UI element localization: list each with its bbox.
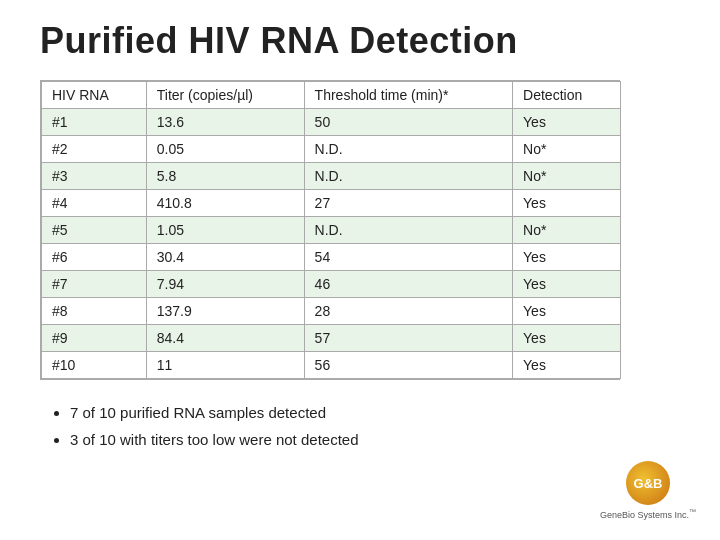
cell-detection: Yes	[513, 244, 621, 271]
cell-threshold: N.D.	[304, 163, 512, 190]
cell-detection: Yes	[513, 352, 621, 379]
cell-detection: Yes	[513, 190, 621, 217]
data-table-wrapper: HIV RNA Titer (copies/µl) Threshold time…	[40, 80, 620, 380]
cell-threshold: 46	[304, 271, 512, 298]
cell-titer: 11	[146, 352, 304, 379]
logo-initials: G&B	[634, 476, 663, 491]
cell-titer: 84.4	[146, 325, 304, 352]
cell-threshold: 50	[304, 109, 512, 136]
cell-id: #1	[42, 109, 147, 136]
cell-threshold: N.D.	[304, 217, 512, 244]
cell-detection: No*	[513, 217, 621, 244]
bullet-1: 7 of 10 purified RNA samples detected	[70, 402, 680, 425]
summary-bullets: 7 of 10 purified RNA samples detected 3 …	[40, 402, 680, 455]
table-row: #51.05N.D.No*	[42, 217, 621, 244]
table-row: #4410.827Yes	[42, 190, 621, 217]
cell-titer: 5.8	[146, 163, 304, 190]
logo-circle: G&B	[626, 461, 670, 505]
table-row: #113.650Yes	[42, 109, 621, 136]
cell-detection: No*	[513, 136, 621, 163]
col-header-detection: Detection	[513, 82, 621, 109]
cell-titer: 1.05	[146, 217, 304, 244]
cell-titer: 410.8	[146, 190, 304, 217]
cell-titer: 137.9	[146, 298, 304, 325]
cell-id: #10	[42, 352, 147, 379]
cell-detection: Yes	[513, 109, 621, 136]
cell-titer: 13.6	[146, 109, 304, 136]
cell-threshold: 27	[304, 190, 512, 217]
col-header-titer: Titer (copies/µl)	[146, 82, 304, 109]
table-header-row: HIV RNA Titer (copies/µl) Threshold time…	[42, 82, 621, 109]
cell-id: #6	[42, 244, 147, 271]
table-row: #77.9446Yes	[42, 271, 621, 298]
table-row: #630.454Yes	[42, 244, 621, 271]
cell-titer: 0.05	[146, 136, 304, 163]
cell-detection: Yes	[513, 298, 621, 325]
cell-threshold: 28	[304, 298, 512, 325]
logo-area: G&B GeneBio Systems Inc.™	[600, 461, 696, 522]
table-body: #113.650Yes#20.05N.D.No*#35.8N.D.No*#441…	[42, 109, 621, 379]
bullet-2: 3 of 10 with titers too low were not det…	[70, 429, 680, 452]
cell-id: #9	[42, 325, 147, 352]
cell-threshold: N.D.	[304, 136, 512, 163]
cell-id: #4	[42, 190, 147, 217]
table-row: #984.457Yes	[42, 325, 621, 352]
page: Purified HIV RNA Detection HIV RNA Titer…	[0, 0, 720, 540]
cell-threshold: 57	[304, 325, 512, 352]
table-row: #101156Yes	[42, 352, 621, 379]
cell-id: #7	[42, 271, 147, 298]
col-header-threshold: Threshold time (min)*	[304, 82, 512, 109]
cell-threshold: 54	[304, 244, 512, 271]
cell-titer: 30.4	[146, 244, 304, 271]
table-row: #8137.928Yes	[42, 298, 621, 325]
table-row: #20.05N.D.No*	[42, 136, 621, 163]
cell-detection: Yes	[513, 325, 621, 352]
cell-detection: Yes	[513, 271, 621, 298]
page-title: Purified HIV RNA Detection	[40, 20, 680, 62]
cell-id: #8	[42, 298, 147, 325]
cell-id: #2	[42, 136, 147, 163]
col-header-hiv-rna: HIV RNA	[42, 82, 147, 109]
cell-titer: 7.94	[146, 271, 304, 298]
cell-id: #3	[42, 163, 147, 190]
table-row: #35.8N.D.No*	[42, 163, 621, 190]
cell-id: #5	[42, 217, 147, 244]
cell-detection: No*	[513, 163, 621, 190]
data-table: HIV RNA Titer (copies/µl) Threshold time…	[41, 81, 621, 379]
logo-name: GeneBio Systems Inc.™	[600, 507, 696, 522]
cell-threshold: 56	[304, 352, 512, 379]
